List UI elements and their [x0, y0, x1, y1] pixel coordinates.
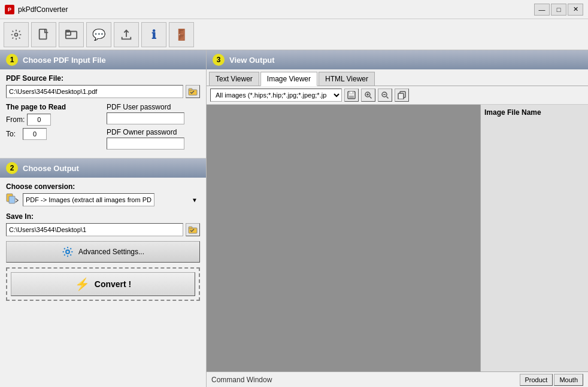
from-input[interactable] [27, 114, 51, 126]
command-buttons: Product Mouth [520, 374, 584, 386]
to-label: To: [6, 130, 16, 138]
tab-image-viewer[interactable]: Image Viewer [260, 72, 317, 86]
title-bar: P pkPdfConverter — □ ✕ [0, 0, 588, 19]
left-panel: 1 Choose PDF Input File PDF Source File:… [0, 50, 207, 387]
svg-rect-1 [40, 29, 47, 39]
tab-html-viewer[interactable]: HTML Viewer [319, 72, 375, 86]
password-col: PDF User password PDF Owner password [107, 103, 200, 153]
app-icon: P [5, 5, 14, 14]
user-password-input[interactable] [107, 112, 184, 124]
window-controls: — □ ✕ [534, 4, 583, 16]
tab-text-viewer[interactable]: Text Viewer [209, 72, 259, 86]
zoom-out-btn[interactable] [378, 89, 392, 102]
conversion-select-arrow: ▼ [192, 197, 198, 203]
section1-content: PDF Source File: The page to Read From: [0, 69, 206, 159]
owner-password-label: PDF Owner password [107, 128, 200, 136]
section2-title: Choose Output [23, 164, 79, 173]
save-image-btn[interactable] [344, 89, 359, 102]
convert-label: Convert ! [95, 279, 131, 289]
right-panel-title: View Output [229, 56, 275, 65]
product-btn[interactable]: Product [520, 374, 553, 386]
svg-point-0 [15, 33, 18, 36]
section3-number: 3 [213, 54, 225, 66]
right-header: 3 View Output [207, 50, 588, 69]
page-range-section: The page to Read From: To: PDF User pass… [6, 103, 200, 153]
image-filter-select[interactable]: All images (*.hips;*.hip;*.jpg;*.jpeg;*.… [210, 89, 342, 102]
owner-password-input[interactable] [107, 138, 184, 150]
save-in-row [6, 223, 200, 236]
save-in-label: Save In: [6, 212, 200, 221]
section1-title: Choose PDF Input File [23, 56, 106, 65]
viewer-toolbar: All images (*.hips;*.hip;*.jpg;*.jpeg;*.… [207, 86, 588, 105]
image-list-area: Image File Name [480, 105, 588, 371]
source-file-input[interactable] [6, 85, 183, 98]
info-toolbar-btn[interactable]: ℹ [141, 22, 166, 47]
svg-point-11 [66, 250, 69, 254]
svg-rect-10 [189, 227, 192, 228]
svg-rect-15 [350, 92, 352, 93]
section2-header: 2 Choose Output [0, 159, 206, 178]
svg-rect-19 [398, 93, 404, 99]
conversion-label: Choose conversion: [6, 182, 200, 191]
maximize-button[interactable]: □ [551, 4, 566, 16]
exit-toolbar-btn[interactable]: 🚪 [169, 22, 194, 47]
from-label: From: [6, 115, 25, 124]
section1-header: 1 Choose PDF Input File [0, 50, 206, 69]
close-button[interactable]: ✕ [568, 4, 583, 16]
app-title: pkPdfConverter [18, 5, 534, 14]
viewer-tabs: Text Viewer Image Viewer HTML Viewer [207, 69, 588, 86]
viewer-content: Image File Name [207, 105, 588, 371]
conversion-select-wrapper: PDF -> Images (extract all images from P… [23, 193, 200, 206]
source-label: PDF Source File: [6, 74, 200, 83]
svg-rect-6 [189, 89, 192, 90]
save-in-input[interactable] [6, 223, 183, 236]
section2-number: 2 [6, 162, 18, 174]
toolbar: 💬 ℹ 🚪 [0, 19, 588, 50]
page-range-label: The page to Read [6, 103, 99, 111]
mouth-btn[interactable]: Mouth [554, 374, 583, 386]
svg-rect-13 [349, 96, 354, 98]
svg-rect-8 [9, 196, 15, 203]
convert-button[interactable]: ⚡ Convert ! [11, 272, 195, 296]
section1-number: 1 [6, 54, 18, 66]
new-toolbar-btn[interactable] [31, 22, 56, 47]
from-row: From: [6, 114, 99, 126]
to-row: To: [6, 128, 99, 140]
save-in-browse-btn[interactable] [186, 223, 200, 236]
zoom-in-btn[interactable] [361, 89, 375, 102]
main-content: 1 Choose PDF Input File PDF Source File:… [0, 50, 588, 387]
image-list-header: Image File Name [484, 108, 584, 117]
settings-toolbar-btn[interactable] [4, 22, 29, 47]
export-toolbar-btn[interactable] [114, 22, 139, 47]
source-file-row [6, 85, 200, 98]
convert-btn-wrapper: ⚡ Convert ! [6, 267, 200, 301]
copy-btn[interactable] [395, 89, 409, 102]
minimize-button[interactable]: — [534, 4, 550, 16]
command-window: Command Window Product Mouth [207, 371, 588, 387]
conversion-select[interactable]: PDF -> Images (extract all images from P… [23, 193, 154, 206]
command-window-label: Command Window [211, 376, 272, 384]
section2-content: Choose conversion: PDF -> Images (extrac… [0, 178, 206, 387]
page-range-col: The page to Read From: To: [6, 103, 99, 142]
open-toolbar-btn[interactable] [59, 22, 84, 47]
user-password-label: PDF User password [107, 103, 200, 111]
source-browse-btn[interactable] [186, 85, 200, 98]
to-input[interactable] [23, 128, 47, 140]
image-preview-area [207, 105, 480, 371]
conversion-row: PDF -> Images (extract all images from P… [6, 193, 200, 206]
chat-toolbar-btn[interactable]: 💬 [86, 22, 111, 47]
conversion-icon [6, 193, 20, 206]
advanced-settings-btn[interactable]: Advanced Settings... [6, 241, 200, 263]
advanced-settings-label: Advanced Settings... [78, 248, 144, 256]
right-panel: 3 View Output Text Viewer Image Viewer H… [207, 50, 588, 387]
lightning-icon: ⚡ [75, 277, 90, 291]
